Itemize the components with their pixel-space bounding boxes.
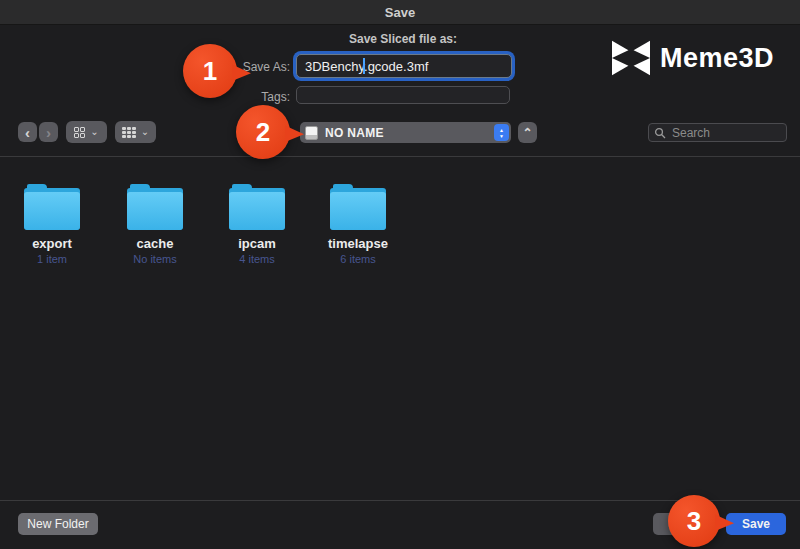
- tags-input[interactable]: [296, 86, 510, 104]
- folder-item-count: 6 items: [312, 253, 404, 265]
- chevron-down-icon: ⌄: [141, 127, 149, 137]
- folder-item-cache[interactable]: cache No items: [109, 184, 201, 265]
- annotation-marker-1: 1: [183, 44, 237, 98]
- group-view-button[interactable]: ⌄: [115, 121, 156, 143]
- grid-view-icon: [74, 127, 85, 138]
- folder-name: cache: [109, 236, 201, 251]
- chevron-down-icon: ⌄: [90, 127, 98, 137]
- folder-item-count: 4 items: [211, 253, 303, 265]
- icon-view-button[interactable]: ⌄: [66, 121, 107, 143]
- annotation-number: 2: [256, 117, 270, 148]
- location-dropdown[interactable]: NO NAME ▲ ▼: [300, 122, 511, 143]
- folder-icon: [127, 184, 183, 230]
- window-title: Save: [385, 5, 415, 20]
- folder-name: ipcam: [211, 236, 303, 251]
- forward-icon: ›: [46, 124, 51, 141]
- folder-item-export[interactable]: export 1 item: [6, 184, 98, 265]
- back-button[interactable]: ‹: [18, 122, 37, 142]
- search-input[interactable]: [670, 125, 784, 141]
- disk-icon: [305, 126, 318, 140]
- folder-item-count: No items: [109, 253, 201, 265]
- folder-icon: [24, 184, 80, 230]
- search-icon: [654, 127, 666, 139]
- folder-name: export: [6, 236, 98, 251]
- back-icon: ‹: [25, 124, 30, 141]
- folder-icon: [330, 184, 386, 230]
- brand-name: Meme3D: [660, 43, 774, 74]
- folder-item-timelapse[interactable]: timelapse 6 items: [312, 184, 404, 265]
- stepper-icon: ▲ ▼: [494, 124, 509, 141]
- forward-button[interactable]: ›: [39, 122, 58, 142]
- titlebar: Save: [0, 0, 800, 25]
- toolbar-divider: [0, 156, 800, 157]
- collapse-button[interactable]: ⌃: [518, 122, 537, 143]
- folder-item-count: 1 item: [6, 253, 98, 265]
- text-caret: [363, 58, 365, 74]
- search-field: [648, 123, 787, 142]
- stepper-down-icon: ▼: [499, 133, 504, 139]
- annotation-number: 3: [687, 506, 701, 537]
- save-button[interactable]: Save: [726, 513, 786, 535]
- folder-name: timelapse: [312, 236, 404, 251]
- filename-field: [296, 54, 512, 78]
- annotation-marker-2: 2: [236, 105, 290, 159]
- filename-input[interactable]: [297, 55, 511, 77]
- group-view-icon: [122, 127, 136, 138]
- meme3d-logo-icon: [612, 40, 650, 76]
- chevron-up-icon: ⌃: [522, 126, 532, 140]
- save-dialog: Save Save Sliced file as: Save As: Tags:…: [0, 0, 800, 549]
- folder-icon: [229, 184, 285, 230]
- location-label: NO NAME: [325, 126, 384, 140]
- annotation-number: 1: [203, 56, 217, 87]
- save-prompt: Save Sliced file as:: [246, 32, 560, 46]
- annotation-marker-3: 3: [668, 495, 720, 547]
- new-folder-button[interactable]: New Folder: [18, 513, 98, 535]
- brand-logo: Meme3D: [612, 40, 774, 76]
- folder-item-ipcam[interactable]: ipcam 4 items: [211, 184, 303, 265]
